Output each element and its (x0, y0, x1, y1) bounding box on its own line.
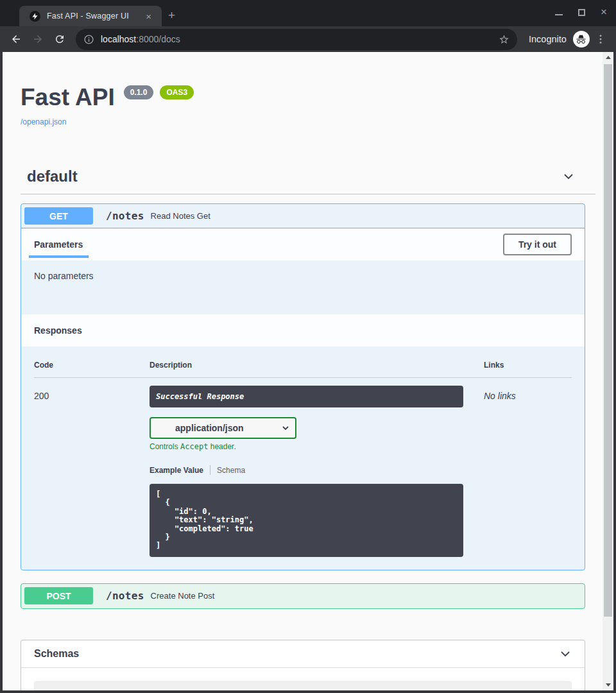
col-header-description: Description (150, 361, 484, 370)
tag-section-default: default GET /notes Read Notes Get Parame… (21, 166, 603, 609)
scrollbar-thumb[interactable] (604, 64, 612, 617)
browser-toolbar: localhost:8000/docs Incognito (0, 26, 616, 52)
accept-header-note: Controls Accept header. (150, 442, 463, 451)
bookmark-star-icon[interactable] (499, 34, 509, 45)
models-body: Note (21, 668, 585, 690)
col-header-code: Code (34, 361, 150, 370)
version-badge: 0.1.0 (124, 85, 154, 99)
address-bar[interactable]: localhost:8000/docs (76, 29, 517, 50)
tab-separator (210, 465, 210, 475)
minimize-icon[interactable] (555, 14, 563, 15)
page-title: Fast API (21, 84, 115, 111)
oas3-badge: OAS3 (160, 85, 194, 99)
response-row-200: 200 Successful Response application/json (34, 378, 572, 557)
response-description: Successful Response (150, 386, 463, 407)
openapi-json-link[interactable]: /openapi.json (21, 117, 66, 126)
media-type-select[interactable]: application/json (150, 417, 296, 439)
parameters-header: Parameters Try it out (21, 228, 585, 261)
schemas-title: Schemas (34, 648, 79, 660)
reload-icon[interactable] (54, 33, 65, 45)
opblock-get-notes: GET /notes Read Notes Get Parameters Try… (21, 203, 585, 570)
page-shell: Fast API 0.1.0 OAS3 /openapi.json defaul… (0, 52, 616, 693)
maximize-icon[interactable] (578, 9, 585, 16)
response-code: 200 (34, 386, 150, 557)
chevron-down-icon[interactable] (562, 170, 575, 183)
parameters-tab[interactable]: Parameters (34, 239, 83, 250)
col-header-links: Links (484, 361, 572, 370)
url-host: localhost (101, 34, 136, 44)
example-json-block: [ { "id": 0, "text": "string", "complete… (150, 484, 463, 557)
scrollbar-up-icon[interactable] (603, 52, 613, 63)
api-info: Fast API 0.1.0 OAS3 /openapi.json (21, 84, 603, 127)
tab-example-value[interactable]: Example Value (150, 466, 203, 475)
get-method-button[interactable]: GET (24, 207, 93, 225)
responses-table-header: Code Description Links (34, 361, 572, 378)
post-method-button[interactable]: POST (24, 587, 93, 604)
get-summary-text: Read Notes Get (151, 211, 210, 221)
swagger-page: Fast API 0.1.0 OAS3 /openapi.json defaul… (3, 52, 613, 690)
schemas-chevron-down-icon[interactable] (559, 647, 572, 660)
back-icon[interactable] (10, 33, 22, 45)
window-controls: × (555, 8, 607, 17)
tag-header-default[interactable]: default (21, 166, 588, 187)
get-path: /notes (99, 210, 151, 222)
page-content: Fast API 0.1.0 OAS3 /openapi.json defaul… (3, 52, 603, 690)
tag-divider (21, 194, 595, 194)
media-type-control: application/json (150, 417, 296, 439)
opblock-post-notes: POST /notes Create Note Post (21, 583, 585, 609)
browser-window: Fast API - Swagger UI × + × localhost:80… (0, 0, 616, 693)
incognito-label: Incognito (529, 34, 567, 44)
tag-name: default (27, 167, 78, 185)
no-parameters-text: No parameters (21, 261, 585, 314)
parameters-tab-underline (29, 255, 89, 258)
post-summary-text: Create Note Post (151, 591, 215, 601)
fastapi-favicon-icon (30, 11, 40, 22)
get-notes-summary[interactable]: GET /notes Read Notes Get (21, 204, 585, 228)
new-tab-icon[interactable]: + (168, 9, 175, 22)
tab-strip: Fast API - Swagger UI × + × (0, 0, 616, 26)
accept-code-text: Accept (180, 442, 208, 451)
window-close-icon[interactable]: × (601, 8, 607, 17)
try-it-out-button[interactable]: Try it out (503, 234, 572, 255)
model-note[interactable]: Note (34, 681, 572, 690)
incognito-icon (573, 31, 590, 47)
browser-menu-icon[interactable] (595, 33, 606, 45)
url-path: :8000/docs (136, 34, 180, 44)
example-schema-tabs: Example Value Schema (150, 465, 463, 475)
site-info-icon[interactable] (83, 34, 94, 45)
schemas-section: Schemas Note (21, 640, 585, 690)
tab-title: Fast API - Swagger UI (47, 12, 142, 21)
responses-title: Responses (34, 325, 82, 336)
scrollbar-down-icon[interactable] (603, 680, 613, 690)
url-text[interactable]: localhost:8000/docs (101, 34, 499, 44)
browser-tab[interactable]: Fast API - Swagger UI × (19, 6, 162, 26)
forward-icon[interactable] (32, 33, 44, 45)
tab-schema[interactable]: Schema (217, 466, 245, 475)
response-links: No links (484, 386, 572, 557)
page-scrollbar[interactable] (603, 52, 613, 690)
post-path: /notes (99, 590, 151, 602)
responses-header: Responses (21, 314, 585, 346)
responses-body: Code Description Links 200 Successful Re… (21, 346, 585, 570)
post-notes-summary[interactable]: POST /notes Create Note Post (21, 584, 585, 608)
tab-close-icon[interactable]: × (142, 11, 155, 22)
schemas-header[interactable]: Schemas (21, 640, 585, 668)
